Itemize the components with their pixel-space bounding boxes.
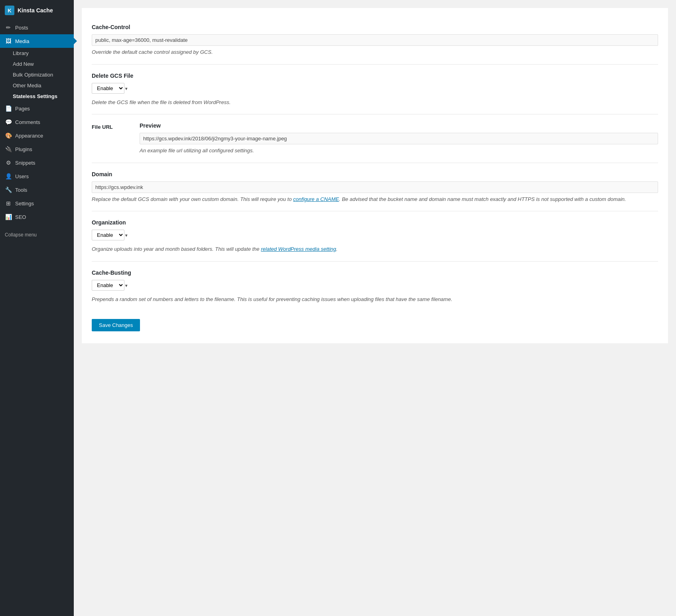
- users-icon: 👤: [5, 173, 12, 179]
- cache-control-input[interactable]: [92, 34, 658, 46]
- sidebar-nav-tools[interactable]: 🔧 Tools: [0, 183, 74, 197]
- sidebar-sub-stateless-settings[interactable]: Stateless Settings: [0, 91, 74, 102]
- sidebar-nav-settings-label: Settings: [15, 201, 34, 207]
- collapse-menu[interactable]: Collapse menu: [0, 224, 74, 242]
- cache-busting-section: Cache-Busting Enable Disable ▼ Prepends …: [92, 261, 658, 311]
- settings-icon: ⊞: [5, 200, 12, 207]
- sidebar-nav-comments-label: Comments: [15, 119, 40, 125]
- sidebar: K Kinsta Cache ✏ Posts 🖼 Media Library A…: [0, 0, 74, 616]
- file-url-content: Preview An example file url utilizing al…: [140, 122, 658, 155]
- file-url-label: File URL: [92, 122, 140, 130]
- delete-gcs-heading: Delete GCS File: [92, 73, 658, 79]
- sidebar-title: Kinsta Cache: [18, 7, 53, 14]
- organization-arrow-icon: ▼: [124, 233, 128, 238]
- preview-url-input[interactable]: [140, 133, 658, 144]
- sidebar-nav-users[interactable]: 👤 Users: [0, 169, 74, 183]
- sidebar-sub-other-media[interactable]: Other Media: [0, 80, 74, 91]
- preview-heading: Preview: [140, 122, 658, 129]
- cache-busting-heading: Cache-Busting: [92, 270, 658, 276]
- save-changes-button[interactable]: Save Changes: [92, 319, 140, 331]
- organization-section: Organization Enable Disable ▼ Organize u…: [92, 211, 658, 261]
- sidebar-nav-plugins-label: Plugins: [15, 146, 32, 152]
- sidebar-nav-snippets-label: Snippets: [15, 160, 35, 166]
- tools-icon: 🔧: [5, 187, 12, 193]
- sidebar-nav-posts[interactable]: ✏ Posts: [0, 21, 74, 34]
- sidebar-sub-add-new[interactable]: Add New: [0, 59, 74, 69]
- file-url-section: File URL Preview An example file url uti…: [92, 114, 658, 163]
- comments-icon: 💬: [5, 119, 12, 125]
- domain-description: Replace the default GCS domain with your…: [92, 195, 658, 203]
- organization-description: Organize uploads into year and month bas…: [92, 245, 658, 253]
- cache-busting-arrow-icon: ▼: [124, 283, 128, 288]
- sidebar-nav-media-label: Media: [15, 38, 29, 44]
- sidebar-nav-seo-label: SEO: [15, 214, 26, 220]
- sidebar-nav-snippets[interactable]: ⚙ Snippets: [0, 156, 74, 169]
- delete-gcs-select[interactable]: Enable Disable: [92, 83, 124, 94]
- collapse-menu-label: Collapse menu: [5, 232, 37, 238]
- sidebar-nav-appearance-label: Appearance: [15, 133, 43, 139]
- sidebar-nav-plugins[interactable]: 🔌 Plugins: [0, 142, 74, 156]
- sidebar-nav-pages[interactable]: 📄 Pages: [0, 102, 74, 115]
- sidebar-nav-media[interactable]: 🖼 Media: [0, 34, 74, 48]
- cache-control-section: Cache-Control Override the default cache…: [92, 16, 658, 64]
- sidebar-nav-seo[interactable]: 📊 SEO: [0, 210, 74, 224]
- preview-description: An example file url utilizing all config…: [140, 147, 658, 155]
- sidebar-nav-pages-label: Pages: [15, 106, 30, 112]
- organization-select[interactable]: Enable Disable: [92, 230, 124, 240]
- domain-section: Domain Replace the default GCS domain wi…: [92, 163, 658, 211]
- delete-gcs-arrow-icon: ▼: [124, 87, 128, 91]
- sidebar-nav-comments[interactable]: 💬 Comments: [0, 115, 74, 129]
- sidebar-nav-appearance[interactable]: 🎨 Appearance: [0, 129, 74, 142]
- appearance-icon: 🎨: [5, 132, 12, 139]
- cache-control-heading: Cache-Control: [92, 24, 658, 30]
- media-icon: 🖼: [5, 38, 12, 44]
- delete-gcs-section: Delete GCS File Enable Disable ▼ Delete …: [92, 64, 658, 114]
- sidebar-nav-tools-label: Tools: [15, 187, 27, 193]
- posts-icon: ✏: [5, 24, 12, 31]
- cache-busting-description: Prepends a random set of numbers and let…: [92, 295, 658, 303]
- settings-form: Cache-Control Override the default cache…: [82, 8, 668, 343]
- domain-heading: Domain: [92, 171, 658, 177]
- main-content: Cache-Control Override the default cache…: [74, 0, 676, 616]
- sidebar-nav-posts-label: Posts: [15, 25, 28, 31]
- wp-media-setting-link[interactable]: related WordPress media setting: [261, 246, 336, 252]
- pages-icon: 📄: [5, 105, 12, 112]
- sidebar-nav-users-label: Users: [15, 173, 29, 179]
- configure-cname-link[interactable]: configure a CNAME: [293, 196, 339, 202]
- sidebar-nav-settings[interactable]: ⊞ Settings: [0, 197, 74, 210]
- cache-control-description: Override the default cache control assig…: [92, 48, 658, 56]
- seo-icon: 📊: [5, 214, 12, 220]
- kinsta-logo-icon: K: [5, 6, 14, 15]
- plugins-icon: 🔌: [5, 146, 12, 152]
- snippets-icon: ⚙: [5, 159, 12, 166]
- organization-heading: Organization: [92, 219, 658, 226]
- domain-input[interactable]: [92, 181, 658, 193]
- sidebar-sub-library[interactable]: Library: [0, 48, 74, 59]
- cache-busting-select[interactable]: Enable Disable: [92, 280, 124, 291]
- sidebar-sub-bulk-optimization[interactable]: Bulk Optimization: [0, 69, 74, 80]
- sidebar-header[interactable]: K Kinsta Cache: [0, 0, 74, 21]
- delete-gcs-description: Delete the GCS file when the file is del…: [92, 98, 658, 106]
